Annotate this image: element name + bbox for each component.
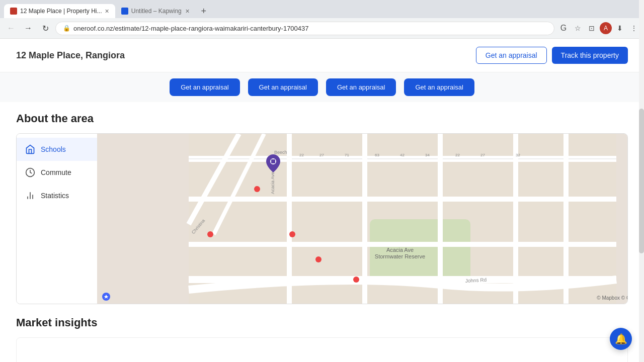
svg-text:Acacia Ave: Acacia Ave bbox=[386, 247, 414, 253]
statistics-icon bbox=[25, 190, 36, 201]
top-cards-strip: Get an appraisal Get an appraisal Get an… bbox=[0, 72, 644, 102]
extensions-icon[interactable]: ⊡ bbox=[586, 22, 598, 34]
property-dot-5[interactable] bbox=[353, 277, 359, 283]
svg-text:Stormwater Reserve: Stormwater Reserve bbox=[375, 253, 425, 259]
map-streets-svg: Acacia Ave Stormwater Reserve Johns Rd bbox=[97, 134, 628, 304]
scrollbar-track[interactable] bbox=[639, 0, 644, 362]
google-icon[interactable]: G bbox=[557, 22, 570, 34]
back-button[interactable]: ← bbox=[4, 21, 18, 35]
download-icon[interactable]: ⬇ bbox=[614, 22, 626, 34]
sidebar-item-statistics[interactable]: Statistics bbox=[17, 184, 97, 207]
appraisal-card-2[interactable]: Get an appraisal bbox=[248, 78, 318, 96]
school-icon bbox=[25, 144, 36, 155]
market-insights-card bbox=[16, 337, 628, 362]
address-bar-row: ← → ↻ 🔒 oneroof.co.nz/estimate/12-maple-… bbox=[0, 18, 644, 38]
svg-text:22: 22 bbox=[455, 153, 460, 157]
menu-icon[interactable]: ⋮ bbox=[628, 22, 640, 34]
market-insights-title: Market insights bbox=[16, 316, 628, 329]
browser-icons: G ☆ ⊡ A ⬇ ⋮ bbox=[557, 22, 640, 34]
commute-icon bbox=[25, 167, 36, 178]
profile-icon[interactable]: A bbox=[600, 22, 612, 34]
header-buttons: Get an appraisal Track this property bbox=[476, 47, 628, 64]
about-area-title: About the area bbox=[16, 112, 628, 125]
property-dot-3[interactable] bbox=[289, 231, 295, 237]
about-area-section: About the area Schools bbox=[16, 112, 628, 304]
appraisal-card-3[interactable]: Get an appraisal bbox=[326, 78, 396, 96]
notification-fab[interactable]: 🔔 bbox=[610, 328, 632, 350]
tab-favicon-1 bbox=[10, 8, 17, 15]
browser-chrome: 12 Maple Place | Property Hi... × Untitl… bbox=[0, 0, 644, 39]
svg-rect-34 bbox=[271, 159, 275, 163]
tab-title-1: 12 Maple Place | Property Hi... bbox=[20, 8, 102, 15]
notification-icon: 🔔 bbox=[615, 333, 627, 345]
tab-favicon-2 bbox=[121, 8, 128, 15]
commute-label: Commute bbox=[41, 168, 71, 176]
main-content: About the area Schools bbox=[0, 102, 644, 362]
svg-text:27: 27 bbox=[480, 153, 485, 157]
svg-text:27: 27 bbox=[319, 153, 324, 157]
mapbox-logo bbox=[102, 293, 110, 301]
schools-label: Schools bbox=[41, 145, 66, 153]
map-sidebar: Schools Commute bbox=[17, 134, 97, 304]
tab-inactive[interactable]: Untitled – Kapwing × bbox=[115, 4, 196, 18]
svg-text:22: 22 bbox=[299, 153, 304, 157]
property-dot-2[interactable] bbox=[207, 231, 213, 237]
svg-text:34: 34 bbox=[425, 153, 430, 157]
tab-bar: 12 Maple Place | Property Hi... × Untitl… bbox=[0, 0, 644, 18]
scrollbar-thumb[interactable] bbox=[639, 109, 644, 253]
tab-close-2[interactable]: × bbox=[186, 7, 190, 15]
forward-button[interactable]: → bbox=[21, 21, 35, 35]
svg-rect-5 bbox=[370, 219, 470, 285]
svg-text:42: 42 bbox=[400, 153, 405, 157]
svg-text:Johns Rd: Johns Rd bbox=[465, 277, 487, 284]
property-title: 12 Maple Place, Rangiora bbox=[16, 50, 125, 61]
map-background[interactable]: Acacia Ave Stormwater Reserve Johns Rd bbox=[97, 134, 628, 304]
appraisal-card-4[interactable]: Get an appraisal bbox=[404, 78, 474, 96]
map-pin-property bbox=[266, 154, 280, 174]
address-bar[interactable]: 🔒 oneroof.co.nz/estimate/12-maple-place-… bbox=[55, 22, 554, 35]
market-insights-section: Market insights bbox=[16, 316, 628, 362]
property-dot-1[interactable] bbox=[254, 186, 260, 192]
bookmark-icon[interactable]: ☆ bbox=[572, 22, 584, 34]
page-header: 12 Maple Place, Rangiora Get an appraisa… bbox=[0, 39, 644, 72]
svg-text:63: 63 bbox=[375, 153, 379, 157]
reload-button[interactable]: ↻ bbox=[38, 21, 52, 35]
track-property-button[interactable]: Track this property bbox=[552, 47, 628, 64]
map-attribution: © Mapbox © OpenStreetMap Improve this ma… bbox=[597, 295, 628, 301]
sidebar-item-commute[interactable]: Commute bbox=[17, 161, 97, 184]
statistics-label: Statistics bbox=[41, 192, 69, 200]
svg-text:Acacia Ave: Acacia Ave bbox=[270, 172, 275, 194]
tab-active[interactable]: 12 Maple Place | Property Hi... × bbox=[4, 4, 115, 18]
property-dot-4[interactable] bbox=[315, 256, 321, 262]
svg-text:32: 32 bbox=[516, 153, 520, 157]
svg-text:71: 71 bbox=[345, 153, 349, 157]
new-tab-button[interactable]: + bbox=[198, 5, 210, 17]
map-container: Schools Commute bbox=[16, 133, 628, 304]
url-text: oneroof.co.nz/estimate/12-maple-place-ra… bbox=[73, 25, 547, 32]
appraisal-card-1[interactable]: Get an appraisal bbox=[170, 78, 239, 96]
tab-close-1[interactable]: × bbox=[105, 7, 109, 15]
tab-title-2: Untitled – Kapwing bbox=[131, 8, 182, 15]
get-appraisal-button[interactable]: Get an appraisal bbox=[476, 47, 547, 64]
sidebar-item-schools[interactable]: Schools bbox=[17, 138, 97, 161]
